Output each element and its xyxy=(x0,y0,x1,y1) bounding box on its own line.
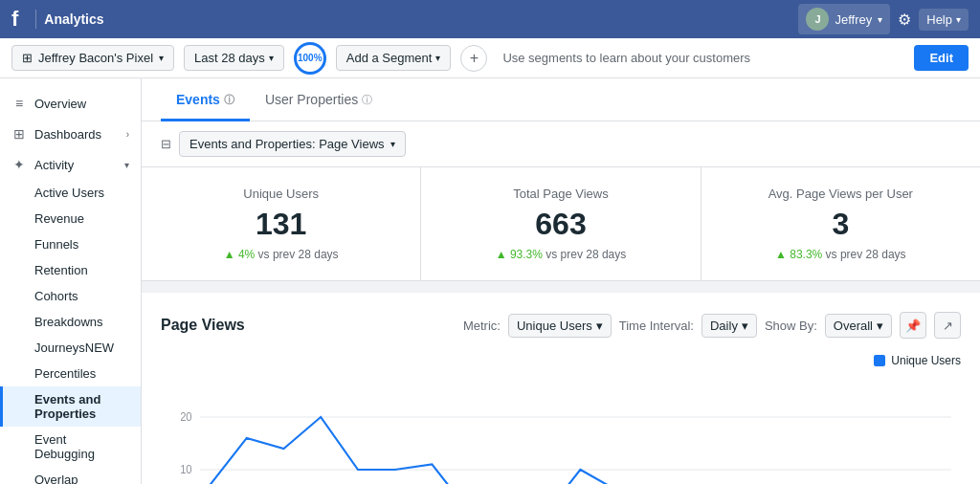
sidebar-sub-item-percentiles[interactable]: Percentiles xyxy=(0,361,141,386)
chevron-right-icon: › xyxy=(126,129,129,140)
sidebar-item-activity[interactable]: ✦ Activity ▾ xyxy=(0,149,141,180)
stat-label: Total Page Views xyxy=(444,187,677,201)
share-icon-button[interactable]: ↗ xyxy=(934,312,961,339)
sidebar-sub-item-journeys[interactable]: Journeys NEW xyxy=(0,335,141,361)
main-layout: ≡ Overview ⊞ Dashboards › ✦ Activity ▾ A… xyxy=(0,78,980,484)
segment-hint: Use segments to learn about your custome… xyxy=(497,51,904,65)
chart-legend: Unique Users xyxy=(874,354,961,367)
sidebar-item-label: Overview xyxy=(34,97,86,111)
gear-icon[interactable]: ⚙ xyxy=(898,11,911,29)
chart-header: Page Views Metric: Unique Users ▾ Time I… xyxy=(161,312,961,339)
stat-change: ▲ 83.3% vs prev 28 days xyxy=(724,248,957,261)
sidebar-sub-item-overlap[interactable]: Overlap xyxy=(0,467,141,484)
pin-icon-button[interactable]: 📌 xyxy=(900,312,926,339)
filter-selector[interactable]: Events and Properties: Page Views ▾ xyxy=(179,131,406,157)
label: Cohorts xyxy=(34,289,78,303)
chevron-down-icon: ▾ xyxy=(390,139,395,149)
chevron-down-icon: ▾ xyxy=(435,53,440,63)
sidebar-sub-item-retention[interactable]: Retention xyxy=(0,257,141,283)
add-segment-plus-button[interactable]: + xyxy=(460,45,487,72)
chevron-down-icon: ▾ xyxy=(596,319,603,333)
sidebar-sub-item-events-properties[interactable]: Events and Properties xyxy=(0,386,141,427)
pixel-name: Jeffrey Bacon's Pixel xyxy=(38,51,153,65)
sidebar-sub-item-revenue[interactable]: Revenue xyxy=(0,206,141,231)
stat-unique-users: Unique Users 131 ▲ 4% vs prev 28 days xyxy=(142,167,421,280)
chevron-down-icon: ▾ xyxy=(124,160,129,170)
label: Revenue xyxy=(34,211,84,226)
line-chart: 0 10 20 Apr 06 Apr 08 Apr 10 Apr 12 Apr … xyxy=(161,354,961,484)
sidebar-sub-item-event-debugging[interactable]: Event Debugging xyxy=(0,427,141,467)
main-content: Events ⓘ User Properties ⓘ ⊟ Events and … xyxy=(142,78,980,484)
date-range-selector[interactable]: Last 28 days ▾ xyxy=(184,45,284,71)
time-interval-label: Time Interval: xyxy=(619,319,694,333)
show-by-dropdown[interactable]: Overall ▾ xyxy=(825,314,892,338)
label: Event Debugging xyxy=(34,432,95,461)
change-text: vs prev 28 days xyxy=(546,248,626,261)
sidebar-item-label: Dashboards xyxy=(34,127,101,142)
chart-title: Page Views xyxy=(161,317,245,334)
stat-label: Unique Users xyxy=(165,187,397,201)
chevron-down-icon: ▾ xyxy=(269,53,274,63)
chart-area: Unique Users 0 10 20 Apr 06 Apr 08 Apr 1… xyxy=(161,354,961,484)
label: Active Users xyxy=(34,186,104,200)
time-interval-value: Daily xyxy=(710,319,738,333)
stat-value: 3 xyxy=(724,207,957,242)
sidebar-sub-item-active-users[interactable]: Active Users xyxy=(0,180,141,206)
show-by-label: Show By: xyxy=(765,319,817,333)
filter-icon: ⊟ xyxy=(161,137,171,151)
stat-label: Avg. Page Views per User xyxy=(724,187,957,201)
metric-dropdown[interactable]: Unique Users ▾ xyxy=(508,314,612,338)
tab-user-properties[interactable]: User Properties ⓘ xyxy=(250,78,388,121)
label: Events and Properties xyxy=(34,392,100,421)
help-button[interactable]: Help ▾ xyxy=(919,9,969,31)
overview-icon: ≡ xyxy=(11,96,27,111)
sidebar-item-dashboards[interactable]: ⊞ Dashboards › xyxy=(0,119,141,149)
label: Journeys xyxy=(34,341,85,355)
avatar: J xyxy=(806,8,829,31)
pixel-selector[interactable]: ⊞ Jeffrey Bacon's Pixel ▾ xyxy=(11,45,174,71)
stat-change: ▲ 4% vs prev 28 days xyxy=(165,248,397,261)
date-range-label: Last 28 days xyxy=(194,51,265,65)
help-label: Help xyxy=(926,12,952,27)
change-text: vs prev 28 days xyxy=(258,248,339,261)
metric-label: Metric: xyxy=(463,319,501,333)
dashboards-icon: ⊞ xyxy=(11,126,27,142)
user-menu[interactable]: J Jeffrey ▾ xyxy=(798,4,890,34)
tab-events[interactable]: Events ⓘ xyxy=(161,78,250,121)
svg-text:10: 10 xyxy=(180,463,192,475)
sidebar-item-overview[interactable]: ≡ Overview xyxy=(0,88,141,119)
stat-total-page-views: Total Page Views 663 ▲ 93.3% vs prev 28 … xyxy=(421,167,701,280)
segment-selector[interactable]: Add a Segment ▾ xyxy=(336,45,452,71)
label: Overlap xyxy=(34,473,78,484)
label: Percentiles xyxy=(34,366,96,381)
stat-value: 131 xyxy=(165,207,397,242)
change-text: vs prev 28 days xyxy=(826,248,906,261)
svg-text:20: 20 xyxy=(180,410,192,423)
show-by-value: Overall xyxy=(834,319,873,333)
sidebar: ≡ Overview ⊞ Dashboards › ✦ Activity ▾ A… xyxy=(0,78,142,484)
legend-color-box xyxy=(874,355,885,366)
chart-controls: Metric: Unique Users ▾ Time Interval: Da… xyxy=(463,312,961,339)
stat-value: 663 xyxy=(444,207,677,242)
stats-row: Unique Users 131 ▲ 4% vs prev 28 days To… xyxy=(142,167,980,281)
user-name: Jeffrey xyxy=(835,12,872,27)
new-badge: NEW xyxy=(85,341,114,355)
sidebar-sub-item-cohorts[interactable]: Cohorts xyxy=(0,283,141,309)
tab-label: User Properties xyxy=(265,92,358,107)
info-icon: ⓘ xyxy=(224,93,234,107)
chevron-down-icon: ▾ xyxy=(742,319,748,333)
segment-label: Add a Segment xyxy=(346,51,433,65)
stat-change: ▲ 93.3% vs prev 28 days xyxy=(444,248,677,261)
filter-bar: ⊟ Events and Properties: Page Views ▾ xyxy=(142,121,980,167)
label: Funnels xyxy=(34,237,78,252)
filter-label: Events and Properties: Page Views xyxy=(189,137,385,151)
sidebar-sub-item-funnels[interactable]: Funnels xyxy=(0,231,141,257)
grid-icon: ⊞ xyxy=(22,51,33,65)
sidebar-sub-item-breakdowns[interactable]: Breakdowns xyxy=(0,309,141,335)
legend-label: Unique Users xyxy=(891,354,961,367)
app-title: Analytics xyxy=(44,11,103,27)
time-interval-dropdown[interactable]: Daily ▾ xyxy=(702,314,757,338)
chevron-down-icon: ▾ xyxy=(159,53,164,63)
chevron-down-icon: ▾ xyxy=(877,319,883,333)
edit-button[interactable]: Edit xyxy=(914,45,969,71)
